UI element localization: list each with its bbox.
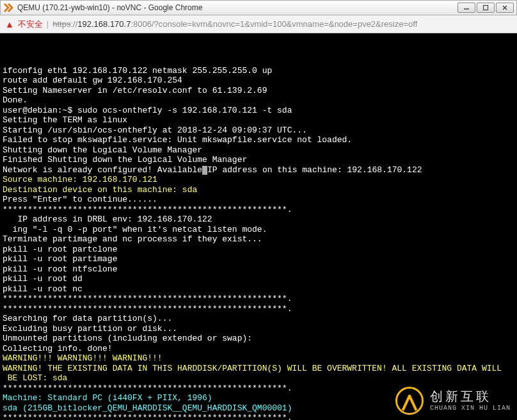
terminal-line: pkill -u root partimage — [3, 254, 514, 264]
terminal-line: Source machine: 192.168.170.121 — [3, 175, 514, 185]
terminal-line: IP address in DRBL env: 192.168.170.122 — [3, 214, 514, 225]
terminal-line: pkill -u root dd — [3, 274, 514, 284]
separator: | — [47, 19, 49, 29]
url-host: 192.168.170.7 — [77, 19, 131, 29]
terminal-line: ing "-l -q 0 -p port" when it's netcat l… — [3, 225, 514, 235]
terminal-line: Press "Enter" to continue...... — [3, 195, 514, 205]
terminal-line: Excluding busy partition or disk... — [3, 324, 514, 334]
svg-rect-1 — [484, 6, 488, 10]
terminal-line: BE LOST: sda — [3, 373, 514, 384]
terminal-cursor — [202, 166, 207, 175]
maximize-button[interactable] — [477, 3, 495, 13]
terminal-line: Terminate partimage and nc processs if t… — [3, 234, 514, 245]
terminal-line: Machine: Standard PC (i440FX + PIIX, 199… — [3, 393, 514, 403]
terminal-line: ****************************************… — [3, 384, 514, 394]
terminal-line: ifconfig eth1 192.168.170.122 netmask 25… — [3, 66, 514, 76]
terminal-line: user@debian:~$ sudo ocs-onthefly -s 192.… — [3, 106, 514, 116]
terminal-line: Setting Nameserver in /etc/resolv.conf t… — [3, 86, 514, 96]
terminal-line: Done. — [3, 95, 514, 106]
terminal-line: ****************************************… — [3, 304, 514, 314]
window-titlebar: QEMU (170.21-ywb-win10) - noVNC - Google… — [0, 0, 517, 15]
terminal-line: Finished Shutting down the Logical Volum… — [3, 155, 514, 165]
insecure-icon: ▲ — [5, 19, 14, 29]
url-scheme: https — [52, 19, 70, 29]
url-path: :8006/?console=kvm&novnc=1&vmid=100&vmna… — [131, 19, 417, 29]
url-display[interactable]: https://192.168.170.7:8006/?console=kvm&… — [52, 19, 417, 29]
terminal-line: Failed to stop mkswapfile.service: Unit … — [3, 135, 514, 145]
terminal-viewport[interactable]: ifconfig eth1 192.168.170.122 netmask 25… — [0, 33, 517, 420]
terminal-line: Shutting down the Logical Volume Manager — [3, 145, 514, 156]
terminal-line: pkill -u root nc — [3, 284, 514, 295]
terminal-line: pkill -u root partclone — [3, 245, 514, 255]
close-button[interactable] — [496, 3, 514, 13]
terminal-line: Destination device on this machine: sda — [3, 185, 514, 195]
terminal-line: Searching for data partition(s)... — [3, 314, 514, 324]
terminal-line: Collecting info. done! — [3, 344, 514, 354]
terminal-line: sda (215GB_bitlocker_QEMU_HARDDISK__QEMU… — [3, 403, 514, 414]
terminal-line: Setting the TERM as linux — [3, 115, 514, 125]
terminal-line: route add default gw 192.168.170.254 — [3, 76, 514, 86]
app-icon — [3, 3, 13, 13]
window-title: QEMU (170.21-ywb-win10) - noVNC - Google… — [17, 3, 457, 12]
terminal-line: pkill -u root ntfsclone — [3, 264, 514, 275]
terminal-line: Starting /usr/sbin/ocs-onthefly at 2018-… — [3, 125, 514, 136]
minimize-button[interactable] — [457, 3, 475, 13]
terminal-line: ****************************************… — [3, 294, 514, 304]
terminal-line: WARNING! THE EXISTING DATA IN THIS HARDD… — [3, 364, 514, 374]
terminal-line: Network is already configured! Available… — [3, 165, 514, 175]
insecure-label: 不安全 — [18, 19, 43, 30]
terminal-line: ****************************************… — [3, 205, 514, 215]
window-controls — [457, 3, 514, 13]
terminal-line: ****************************************… — [3, 413, 514, 420]
terminal-line: Unmounted partitions (including extended… — [3, 334, 514, 344]
address-bar: ▲ 不安全 | https://192.168.170.7:8006/?cons… — [0, 15, 517, 33]
terminal-line: WARNING!!! WARNING!!! WARNING!!! — [3, 353, 514, 364]
